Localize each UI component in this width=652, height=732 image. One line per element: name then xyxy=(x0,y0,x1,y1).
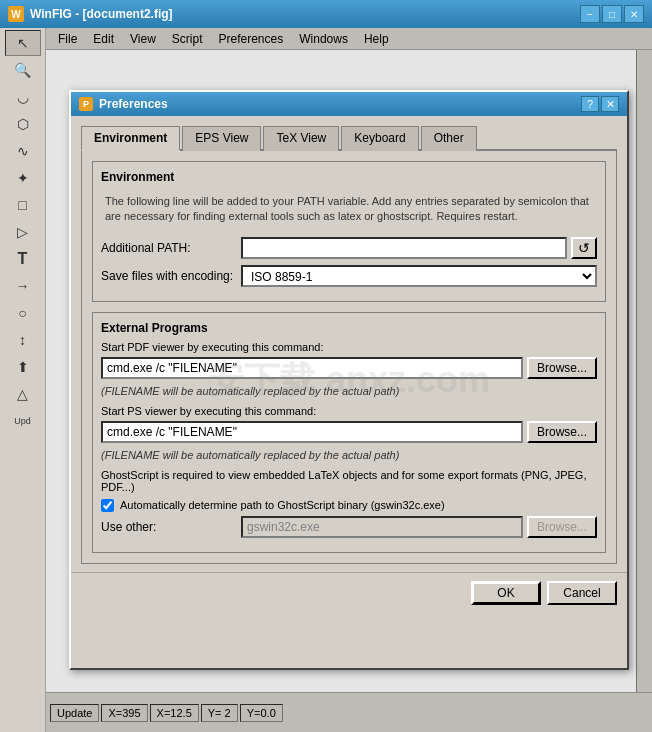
pdf-browse-button[interactable]: Browse... xyxy=(527,357,597,379)
cancel-button[interactable]: Cancel xyxy=(547,581,617,605)
dialog-body: Environment EPS View TeX View Keyboard O… xyxy=(71,116,627,572)
app-title: WinFIG - [document2.fig] xyxy=(30,7,580,21)
save-encoding-label: Save files with encoding: xyxy=(101,269,241,283)
environment-info-text: The following line will be added to your… xyxy=(101,190,597,229)
toolbar-shape[interactable]: ▷ xyxy=(5,219,41,245)
auto-detect-checkbox[interactable] xyxy=(101,499,114,512)
ps-note: (FILENAME will be automatically replaced… xyxy=(101,449,597,461)
toolbar-zoom[interactable]: 🔍 xyxy=(5,57,41,83)
pdf-note: (FILENAME will be automatically replaced… xyxy=(101,385,597,397)
toolbar-bezier[interactable]: ∿ xyxy=(5,138,41,164)
dialog-title: Preferences xyxy=(99,97,581,111)
pdf-label: Start PDF viewer by executing this comma… xyxy=(101,341,597,353)
main-area: File Edit View Script Preferences Window… xyxy=(46,28,652,732)
dialog-close-button[interactable]: ✕ xyxy=(601,96,619,112)
tab-keyboard[interactable]: Keyboard xyxy=(341,126,418,151)
toolbar-arrow[interactable]: → xyxy=(5,273,41,299)
environment-section: Environment The following line will be a… xyxy=(92,161,606,302)
external-programs-title: External Programs xyxy=(101,321,597,335)
pdf-command-row: Browse... xyxy=(101,357,597,379)
maximize-button[interactable]: □ xyxy=(602,5,622,23)
use-other-label: Use other: xyxy=(101,520,241,534)
toolbar-triangle[interactable]: △ xyxy=(5,381,41,407)
tab-epsview[interactable]: EPS View xyxy=(182,126,261,151)
dialog-help-button[interactable]: ? xyxy=(581,96,599,112)
minimize-button[interactable]: − xyxy=(580,5,600,23)
toolbar-text[interactable]: T xyxy=(5,246,41,272)
toolbar-move[interactable]: ⬆ xyxy=(5,354,41,380)
toolbar-rect[interactable]: □ xyxy=(5,192,41,218)
auto-detect-label: Automatically determine path to GhostScr… xyxy=(120,499,445,511)
additional-path-row: Additional PATH: ↺ xyxy=(101,237,597,259)
pdf-section: Start PDF viewer by executing this comma… xyxy=(101,341,597,397)
auto-detect-row: Automatically determine path to GhostScr… xyxy=(101,499,597,512)
dialog-footer: OK Cancel xyxy=(71,572,627,613)
tab-environment[interactable]: Environment xyxy=(81,126,180,151)
save-encoding-row: Save files with encoding: ISO 8859-1 UTF… xyxy=(101,265,597,287)
toolbar-circle[interactable]: ○ xyxy=(5,300,41,326)
use-other-row: Use other: Browse... xyxy=(101,516,597,538)
dialog-icon: P xyxy=(79,97,93,111)
dialog-overlay: P Preferences ? ✕ Environment EPS View T… xyxy=(46,28,652,732)
app-close-button[interactable]: ✕ xyxy=(624,5,644,23)
tabs-container: Environment EPS View TeX View Keyboard O… xyxy=(81,124,617,151)
use-other-browse-button[interactable]: Browse... xyxy=(527,516,597,538)
left-toolbar: ↖ 🔍 ◡ ⬡ ∿ ✦ □ ▷ T → ○ ↕ ⬆ △ Upd xyxy=(0,28,46,732)
app-container: ↖ 🔍 ◡ ⬡ ∿ ✦ □ ▷ T → ○ ↕ ⬆ △ Upd File Edi… xyxy=(0,28,652,732)
toolbar-select[interactable]: ↖ xyxy=(5,30,41,56)
toolbar-up-down[interactable]: ↕ xyxy=(5,327,41,353)
preferences-dialog: P Preferences ? ✕ Environment EPS View T… xyxy=(69,90,629,670)
toolbar-polygon[interactable]: ⬡ xyxy=(5,111,41,137)
dialog-titlebar: P Preferences ? ✕ xyxy=(71,92,627,116)
refresh-button[interactable]: ↺ xyxy=(571,237,597,259)
ps-browse-button[interactable]: Browse... xyxy=(527,421,597,443)
pdf-command-input[interactable] xyxy=(101,357,523,379)
ps-label: Start PS viewer by executing this comman… xyxy=(101,405,597,417)
tab-texview[interactable]: TeX View xyxy=(263,126,339,151)
save-encoding-select[interactable]: ISO 8859-1 UTF-8 UTF-16 xyxy=(241,265,597,287)
title-bar: W WinFIG - [document2.fig] − □ ✕ xyxy=(0,0,652,28)
tab-content-environment: Environment The following line will be a… xyxy=(81,151,617,564)
use-other-input[interactable] xyxy=(241,516,523,538)
ok-button[interactable]: OK xyxy=(471,581,541,605)
external-programs-section: External Programs Start PDF viewer by ex… xyxy=(92,312,606,553)
toolbar-arc[interactable]: ◡ xyxy=(5,84,41,110)
title-bar-controls: − □ ✕ xyxy=(580,5,644,23)
tab-other[interactable]: Other xyxy=(421,126,477,151)
ghostscript-info: GhostScript is required to view embedded… xyxy=(101,469,597,493)
ps-command-row: Browse... xyxy=(101,421,597,443)
additional-path-label: Additional PATH: xyxy=(101,241,241,255)
environment-section-title: Environment xyxy=(101,170,597,184)
toolbar-star[interactable]: ✦ xyxy=(5,165,41,191)
ps-command-input[interactable] xyxy=(101,421,523,443)
app-icon: W xyxy=(8,6,24,22)
toolbar-update[interactable]: Upd xyxy=(5,408,41,434)
additional-path-input[interactable] xyxy=(241,237,567,259)
ps-section: Start PS viewer by executing this comman… xyxy=(101,405,597,461)
